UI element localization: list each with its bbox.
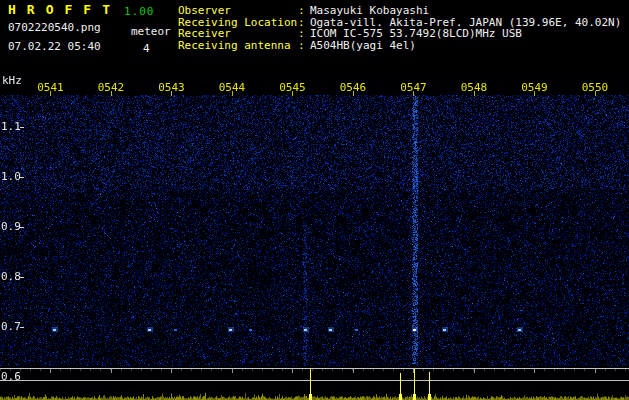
info-colon: :: [298, 5, 310, 17]
time-tick-label: 0541: [36, 82, 66, 93]
freq-tick-label: 0.7: [1, 321, 21, 332]
time-tick-label: 0544: [217, 82, 247, 93]
hrofft-window: HROFFT 1.00 0702220540.png meteor 07.02.…: [0, 0, 629, 400]
info-row-observer: Observer : Masayuki Kobayashi: [178, 5, 621, 17]
freq-tick-label: 0.6: [1, 371, 21, 382]
time-tick-label: 0545: [278, 82, 308, 93]
info-value: ICOM IC-575 53.7492(8LCD)MHz USB: [310, 28, 522, 40]
time-tick-label: 0542: [96, 82, 126, 93]
app-version: 1.00: [124, 6, 155, 18]
freq-unit-label: kHz: [2, 75, 22, 86]
spectrogram-canvas: [0, 70, 629, 400]
time-tick-label: 0543: [157, 82, 187, 93]
info-colon: :: [298, 40, 310, 52]
time-tick-label: 0547: [399, 82, 429, 93]
meteor-count: 4: [143, 43, 150, 55]
time-tick-label: 0549: [520, 82, 550, 93]
time-tick-label: 0546: [338, 82, 368, 93]
capture-datetime: 07.02.22 05:40: [8, 41, 101, 53]
output-filename: 0702220540.png: [8, 22, 101, 34]
info-colon: :: [298, 28, 310, 40]
info-label: Observer: [178, 5, 298, 17]
info-row-antenna: Receiving antenna : A504HB(yagi 4el): [178, 40, 621, 52]
info-row-receiver: Receiver : ICOM IC-575 53.7492(8LCD)MHz …: [178, 28, 621, 40]
freq-tick-label: 0.8: [1, 271, 21, 282]
freq-tick-label: 0.9: [1, 221, 21, 232]
info-value: A504HB(yagi 4el): [310, 40, 416, 52]
station-info: Observer : Masayuki Kobayashi Receiving …: [178, 5, 621, 51]
freq-tick-label: 1.1: [1, 121, 21, 132]
info-label: Receiver: [178, 28, 298, 40]
info-value: Masayuki Kobayashi: [310, 5, 429, 17]
mode-label: meteor: [131, 26, 171, 38]
info-label: Receiving antenna: [178, 40, 298, 52]
time-tick-label: 0550: [580, 82, 610, 93]
freq-tick-label: 1.0: [1, 171, 21, 182]
app-title: HROFFT: [8, 4, 121, 16]
time-tick-label: 0548: [459, 82, 489, 93]
spectrogram-plot: kHz 1.1 1.0 0.9 0.8 0.7 0.6 0541 0542 05…: [0, 70, 629, 400]
